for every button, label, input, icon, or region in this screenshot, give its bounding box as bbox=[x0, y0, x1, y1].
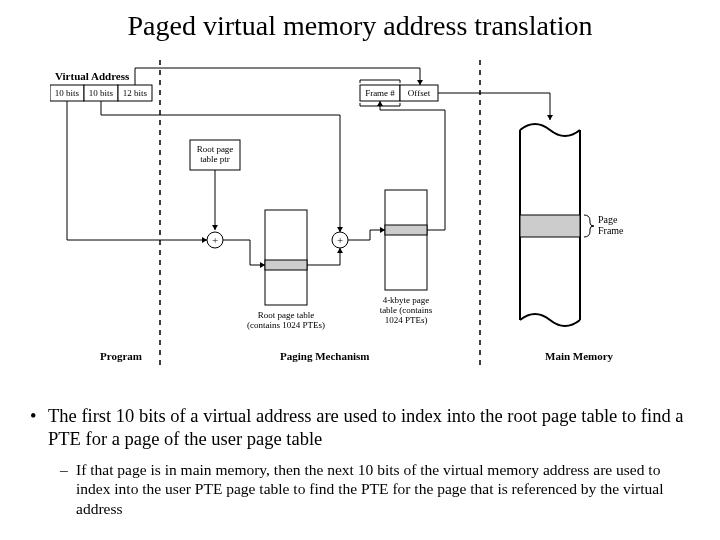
user-page-table: 4-kbyte page table (contains 1024 PTEs) bbox=[380, 190, 433, 325]
svg-text:+: + bbox=[212, 234, 218, 246]
vaddr-bits1-path bbox=[67, 101, 207, 240]
bullet-main: • The first 10 bits of a virtual address… bbox=[30, 405, 690, 451]
root-ptr-box: Root page table ptr bbox=[190, 140, 240, 170]
virtual-address-label: Virtual Address bbox=[55, 70, 130, 82]
svg-text:+: + bbox=[337, 234, 343, 246]
offset-path bbox=[135, 68, 420, 85]
svg-text:table ptr: table ptr bbox=[200, 154, 230, 164]
svg-rect-26 bbox=[520, 215, 580, 237]
virtual-address-fields: 10 bits 10 bits 12 bits bbox=[50, 85, 152, 101]
svg-text:Frame: Frame bbox=[598, 225, 624, 236]
page-title: Paged virtual memory address translation bbox=[0, 10, 720, 42]
physical-address-fields: Frame # Offset bbox=[360, 80, 438, 106]
svg-text:Root page table: Root page table bbox=[258, 310, 314, 320]
svg-text:10 bits: 10 bits bbox=[55, 88, 80, 98]
section-paging-label: Paging Mechanism bbox=[280, 350, 370, 362]
root-page-table: Root page table (contains 1024 PTEs) bbox=[247, 210, 325, 330]
svg-text:table (contains: table (contains bbox=[380, 305, 433, 315]
section-program-label: Program bbox=[100, 350, 142, 362]
svg-text:Root page: Root page bbox=[197, 144, 234, 154]
svg-rect-20 bbox=[385, 225, 427, 235]
svg-text:4-kbyte page: 4-kbyte page bbox=[383, 295, 430, 305]
svg-text:Page: Page bbox=[598, 214, 618, 225]
svg-rect-19 bbox=[385, 190, 427, 290]
svg-text:Offset: Offset bbox=[408, 88, 431, 98]
phys-to-memory-path bbox=[438, 93, 550, 120]
svg-text:1024 PTEs): 1024 PTEs) bbox=[385, 315, 428, 325]
bullet-sub: – If that page is in main memory, then t… bbox=[60, 460, 690, 518]
svg-rect-14 bbox=[265, 210, 307, 305]
svg-text:10 bits: 10 bits bbox=[89, 88, 114, 98]
main-memory: Page Frame bbox=[520, 124, 624, 326]
svg-text:12 bits: 12 bits bbox=[123, 88, 148, 98]
svg-text:(contains 1024 PTEs): (contains 1024 PTEs) bbox=[247, 320, 325, 330]
svg-text:Frame #: Frame # bbox=[365, 88, 395, 98]
svg-rect-15 bbox=[265, 260, 307, 270]
section-memory-label: Main Memory bbox=[545, 350, 614, 362]
address-translation-diagram: Program Paging Mechanism Main Memory Vir… bbox=[50, 60, 670, 390]
